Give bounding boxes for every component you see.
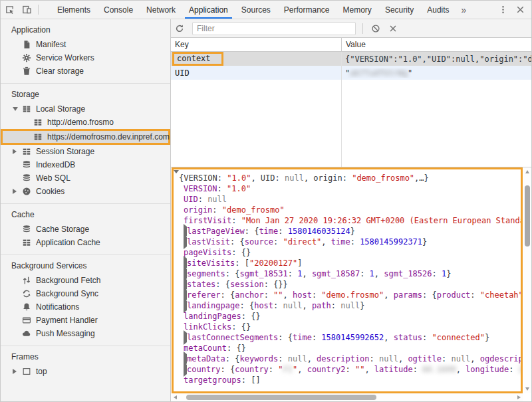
horizontal-scrollbar[interactable]	[172, 393, 523, 401]
json-line[interactable]: {VERSION: "1.0", UID: null, origin: "dem…	[174, 173, 521, 183]
token: :	[264, 290, 273, 300]
token: firstVisit	[184, 216, 231, 225]
token: VERSION	[184, 173, 217, 183]
sidebar-item-notifications[interactable]: Notifications	[1, 300, 170, 314]
sidebar-item-top[interactable]: top	[1, 365, 170, 378]
json-line[interactable]: lastVisit: {source: "direct", time: 1580…	[184, 237, 521, 247]
token: :	[198, 195, 207, 204]
token: origin	[313, 173, 342, 183]
grid-icon	[33, 117, 43, 128]
clear-all-icon[interactable]	[384, 20, 402, 37]
tab-sources[interactable]: Sources	[235, 1, 277, 19]
sidebar-item-http-demo-frosmo[interactable]: http://demo.frosmo	[1, 116, 170, 129]
value-cell: {"VERSION":"1.0","UID":null,"origin":"de…	[341, 54, 531, 64]
sidebar-item-local-storage[interactable]: Local Storage	[1, 102, 170, 116]
sidebar-item-https-demofrosmo-dev-inpref-com[interactable]: https://demofrosmo.dev.inpref.com	[1, 129, 170, 145]
sidebar-item-label: Notifications	[36, 302, 79, 312]
sidebar-item-cookies[interactable]: Cookies	[1, 185, 170, 198]
json-expand-arrow[interactable]	[174, 173, 179, 183]
json-line: VERSION: "1.0"	[184, 183, 521, 194]
sidebar-item-label: Web SQL	[36, 173, 70, 183]
tab-memory[interactable]: Memory	[336, 1, 378, 19]
token: sgmt_18587	[312, 269, 360, 278]
json-line[interactable]: referer: {anchor: "", host: "demo.frosmo…	[184, 290, 521, 300]
json-line[interactable]: country: {country: "FI", country2: "", l…	[184, 364, 521, 375]
filter-input[interactable]	[192, 22, 356, 35]
tree-arrow[interactable]	[13, 149, 21, 154]
json-line[interactable]: lastPageView: {time: 1580146035124}	[184, 226, 521, 237]
more-tabs-chevron[interactable]: »	[456, 1, 472, 19]
scroll-left-arrow[interactable]	[174, 395, 177, 399]
kebab-menu-icon[interactable]	[494, 1, 511, 19]
json-line[interactable]: lastConnectSegments: {time: 158014599265…	[184, 332, 521, 343]
grid-icon	[21, 104, 32, 114]
tree-arrow[interactable]	[13, 369, 21, 374]
scroll-right-arrow[interactable]	[517, 395, 521, 399]
vertical-scrollbar[interactable]	[523, 168, 531, 393]
json-line[interactable]: states: {session: {}}	[184, 279, 521, 290]
token: targetgroups	[184, 375, 241, 385]
sidebar-item-background-fetch[interactable]: Background Fetch	[1, 274, 170, 287]
sidebar-item-background-sync[interactable]: Background Sync	[1, 287, 170, 300]
inspect-element-icon[interactable]	[1, 1, 18, 19]
horizontal-scroll-thumb[interactable]	[186, 395, 376, 400]
sidebar-section-header: Cache	[1, 207, 170, 223]
storage-row-uid[interactable]: UID"ab7TudfGtrWg"	[171, 66, 531, 80]
tab-elements[interactable]: Elements	[51, 1, 97, 19]
json-line-text: UID: null	[184, 194, 227, 205]
sidebar-item-application-cache[interactable]: Application Cache	[1, 236, 170, 249]
storage-row-context[interactable]: context{"VERSION":"1.0","UID":null,"orig…	[171, 52, 531, 66]
redacted-value: ab7TudfGtrWg	[350, 68, 408, 78]
token: :	[217, 184, 227, 193]
storage-toolbar	[171, 19, 531, 38]
scroll-down-arrow[interactable]	[525, 387, 529, 391]
tab-console[interactable]: Console	[97, 1, 140, 19]
sidebar-item-label: IndexedDB	[36, 160, 75, 169]
tab-security[interactable]: Security	[378, 1, 420, 19]
device-toolbar-icon[interactable]	[18, 1, 35, 19]
sidebar-item-manifest[interactable]: Manifest	[1, 38, 170, 51]
tree-arrow[interactable]	[13, 107, 21, 111]
token: :	[312, 333, 321, 342]
refresh-icon[interactable]	[171, 20, 188, 37]
token: "demo_frosmo"	[352, 173, 414, 183]
sidebar-item-web-sql[interactable]: Web SQL	[1, 171, 170, 185]
sidebar-item-session-storage[interactable]: Session Storage	[1, 145, 170, 158]
delete-selected-icon[interactable]	[367, 20, 384, 37]
sidebar-item-cache-storage[interactable]: Cache Storage	[1, 223, 170, 236]
token: "20200127"	[249, 258, 297, 268]
tab-network[interactable]: Network	[140, 1, 182, 19]
sidebar-item-label: Manifest	[36, 40, 66, 49]
sidebar-item-clear-storage[interactable]: Clear storage	[1, 64, 170, 78]
json-line[interactable]: segments: {sgmt_18531: 1, sgmt_18587: 1,…	[184, 268, 521, 279]
token: : {	[278, 333, 293, 342]
column-header-key[interactable]: Key	[171, 38, 341, 51]
sidebar-item-service-workers[interactable]: Service Workers	[1, 51, 170, 64]
column-divider[interactable]	[341, 52, 342, 167]
json-line[interactable]: landingpage: {host: null, path: null}	[184, 300, 521, 311]
sidebar-item-push-messaging[interactable]: Push Messaging	[1, 327, 170, 340]
token: status	[394, 333, 422, 342]
tab-audits[interactable]: Audits	[420, 1, 456, 19]
json-line-text: pageVisits: {}	[184, 247, 251, 258]
tree-arrow[interactable]	[13, 189, 21, 194]
json-line-text: origin: "demo_frosmo"	[184, 205, 285, 215]
token: segments	[187, 269, 225, 278]
key-cell: context	[171, 52, 341, 66]
token: ,	[304, 173, 313, 183]
tab-application[interactable]: Application	[182, 1, 235, 19]
token: null	[340, 301, 360, 310]
token: lastConnectSegments	[187, 333, 278, 342]
token: null	[379, 354, 398, 363]
sidebar-item-label: Push Messaging	[36, 329, 95, 338]
scroll-up-arrow[interactable]	[525, 170, 529, 173]
sidebar-item-indexeddb[interactable]: IndexedDB	[1, 158, 170, 171]
column-header-value[interactable]: Value	[341, 38, 531, 51]
vertical-scroll-thumb[interactable]	[525, 185, 530, 247]
tab-performance[interactable]: Performance	[277, 1, 336, 19]
sidebar-item-payment-handler[interactable]: Payment Handler	[1, 314, 170, 327]
token: country	[187, 365, 221, 374]
close-devtools-icon[interactable]	[511, 1, 529, 19]
json-line[interactable]: metaData: {keywords: null, description: …	[184, 353, 521, 364]
json-line[interactable]: siteVisits: ["20200127"]	[184, 258, 521, 268]
